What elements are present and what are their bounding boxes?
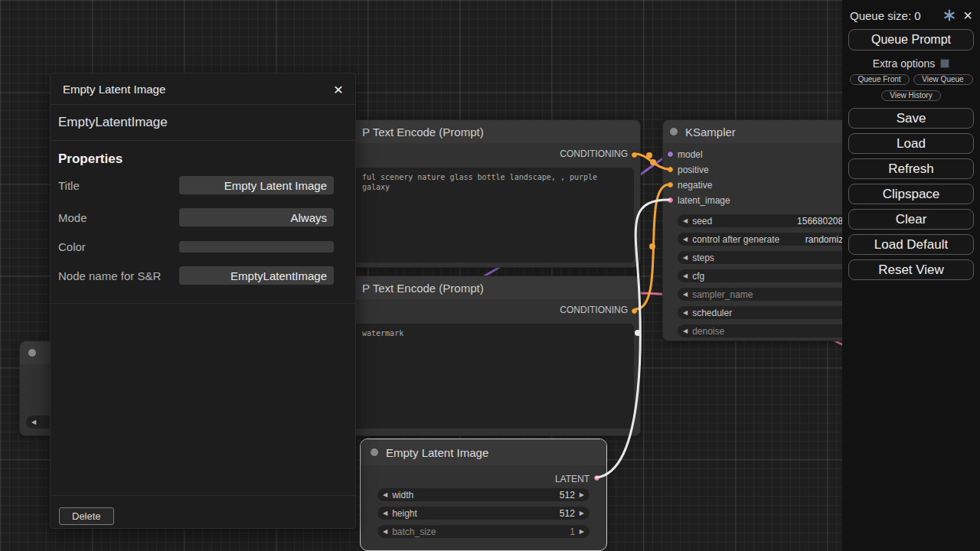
node-name-field-input[interactable]: EmptyLatentImage xyxy=(179,266,334,285)
property-row-node-name: Node name for S&R EmptyLatentImage xyxy=(58,266,334,285)
left-arrow-icon[interactable]: ◀ xyxy=(383,529,387,535)
model-label: model xyxy=(678,149,703,160)
clip1-output-row: CONDITIONING xyxy=(322,148,640,160)
divider xyxy=(51,303,355,304)
model-port[interactable] xyxy=(667,151,674,158)
comfyui-menu: Queue size: 0 × Queue Prompt Extra optio… xyxy=(842,0,980,551)
left-arrow-icon[interactable]: ◀ xyxy=(683,328,688,334)
sampler-name-label: sampler_name xyxy=(692,289,853,300)
steps-widget[interactable]: ◀ steps xyxy=(678,251,863,264)
ksampler-titlebar[interactable]: KSampler xyxy=(663,120,872,143)
load-button[interactable]: Load xyxy=(848,133,974,154)
load-default-button[interactable]: Load Default xyxy=(848,234,974,255)
ksampler-input-positive: positive xyxy=(663,162,872,178)
close-icon[interactable]: × xyxy=(963,8,972,23)
scheduler-widget[interactable]: ◀ scheduler xyxy=(678,306,863,319)
left-arrow-icon[interactable]: ◀ xyxy=(683,218,688,224)
close-icon[interactable]: × xyxy=(334,81,343,97)
delete-node-button[interactable]: Delete xyxy=(59,507,114,525)
divider xyxy=(51,495,355,496)
left-arrow-icon[interactable]: ◀ xyxy=(683,310,688,316)
clip2-prompt-textarea[interactable]: watermark xyxy=(330,324,634,429)
node-name-field-label: Node name for S&R xyxy=(58,269,179,282)
width-value: 512 xyxy=(560,490,575,500)
queue-size-label: Queue size: 0 xyxy=(850,9,943,22)
left-arrow-icon[interactable]: ◀ xyxy=(683,255,688,261)
left-arrow-icon[interactable]: ◀ xyxy=(683,273,688,279)
queue-front-button[interactable]: Queue Front xyxy=(850,74,910,85)
width-label: width xyxy=(392,490,560,500)
clip2-conditioning-port[interactable] xyxy=(631,308,638,315)
color-field-label: Color xyxy=(58,240,179,253)
latent-titlebar[interactable]: Empty Latent Image xyxy=(361,439,606,465)
seed-widget[interactable]: ◀ seed 1566802087 ▶ xyxy=(678,214,863,227)
left-arrow-icon[interactable]: ◀ xyxy=(683,292,688,298)
view-queue-button[interactable]: View Queue xyxy=(913,74,973,85)
positive-port[interactable] xyxy=(667,166,674,173)
left-arrow-icon[interactable]: ◀ xyxy=(31,419,36,425)
negative-port[interactable] xyxy=(667,181,674,188)
clip2-output-label: CONDITIONING xyxy=(560,305,628,315)
empty-latent-image-node[interactable]: Empty Latent Image LATENT ◀ width 512 ▶ … xyxy=(360,439,607,551)
mode-field-label: Mode xyxy=(58,211,179,224)
right-arrow-icon[interactable]: ▶ xyxy=(580,529,584,535)
collapse-dot-icon[interactable] xyxy=(670,128,678,135)
clip-text-encode-node-2[interactable]: P Text Encode (Prompt) CONDITIONING wate… xyxy=(322,276,641,436)
clear-button[interactable]: Clear xyxy=(848,209,974,230)
seed-label: seed xyxy=(692,216,797,227)
color-field-input[interactable] xyxy=(179,241,334,253)
latent-output-row: LATENT xyxy=(361,471,606,487)
dialog-title: Empty Latent Image xyxy=(63,83,334,96)
latent-image-label: latent_image xyxy=(678,195,730,206)
scheduler-label: scheduler xyxy=(692,308,853,318)
clip2-titlebar[interactable]: P Text Encode (Prompt) xyxy=(322,276,640,299)
control-after-generate-widget[interactable]: ◀ control after generate randomize ▶ xyxy=(678,233,863,246)
denoise-label: denoise xyxy=(692,326,853,337)
batch-size-label: batch_size xyxy=(392,527,570,537)
batch-size-widget[interactable]: ◀ batch_size 1 ▶ xyxy=(377,525,590,538)
view-history-button[interactable]: View History xyxy=(881,90,941,101)
width-widget[interactable]: ◀ width 512 ▶ xyxy=(377,488,590,501)
node-type-label: EmptyLatentImage xyxy=(51,105,355,141)
settings-icon[interactable] xyxy=(943,9,956,21)
height-widget[interactable]: ◀ height 512 ▶ xyxy=(377,507,590,520)
property-row-mode: Mode Always xyxy=(58,207,334,227)
right-arrow-icon[interactable]: ▶ xyxy=(580,492,584,498)
ksampler-input-model: model xyxy=(663,147,872,162)
latent-output-port[interactable] xyxy=(593,474,600,481)
clip1-output-label: CONDITIONING xyxy=(560,148,628,159)
denoise-widget[interactable]: ◀ denoise xyxy=(678,324,863,337)
clip1-titlebar[interactable]: P Text Encode (Prompt) xyxy=(322,120,640,143)
cfg-widget[interactable]: ◀ cfg xyxy=(678,269,863,282)
collapse-dot-icon[interactable] xyxy=(371,448,378,456)
seed-value: 1566802087 xyxy=(797,216,848,227)
node-properties-dialog: Empty Latent Image × EmptyLatentImage Pr… xyxy=(50,73,356,529)
property-row-color: Color xyxy=(58,236,334,256)
latent-image-port[interactable] xyxy=(667,197,674,204)
sampler-name-widget[interactable]: ◀ sampler_name xyxy=(678,288,863,301)
clip2-output-row: CONDITIONING xyxy=(322,304,640,316)
mode-field-select[interactable]: Always xyxy=(179,208,334,227)
negative-label: negative xyxy=(678,180,712,191)
height-value: 512 xyxy=(560,508,575,519)
extra-options-checkbox[interactable] xyxy=(940,59,949,68)
collapse-dot-icon[interactable] xyxy=(28,349,36,357)
left-arrow-icon[interactable]: ◀ xyxy=(683,236,688,243)
height-label: height xyxy=(392,508,560,519)
ksampler-input-latent-image: latent_image xyxy=(663,193,872,208)
refresh-button[interactable]: Refresh xyxy=(848,158,974,179)
control-after-generate-label: control after generate xyxy=(692,234,805,245)
clipspace-button[interactable]: Clipspace xyxy=(848,184,974,204)
ksampler-node[interactable]: KSampler model positive negative latent_… xyxy=(662,119,873,341)
left-arrow-icon[interactable]: ◀ xyxy=(383,492,387,498)
clip1-conditioning-port[interactable] xyxy=(631,152,638,158)
clip-text-encode-node-1[interactable]: P Text Encode (Prompt) CONDITIONING ful … xyxy=(322,119,641,268)
title-field-label: Title xyxy=(58,179,179,192)
right-arrow-icon[interactable]: ▶ xyxy=(580,510,584,517)
save-button[interactable]: Save xyxy=(848,108,974,129)
queue-prompt-button[interactable]: Queue Prompt xyxy=(848,29,974,51)
clip1-prompt-textarea[interactable]: ful scenery nature glass bottle landscap… xyxy=(330,168,634,262)
left-arrow-icon[interactable]: ◀ xyxy=(383,510,387,517)
reset-view-button[interactable]: Reset View xyxy=(848,259,974,280)
title-field-input[interactable]: Empty Latent Image xyxy=(179,176,334,194)
